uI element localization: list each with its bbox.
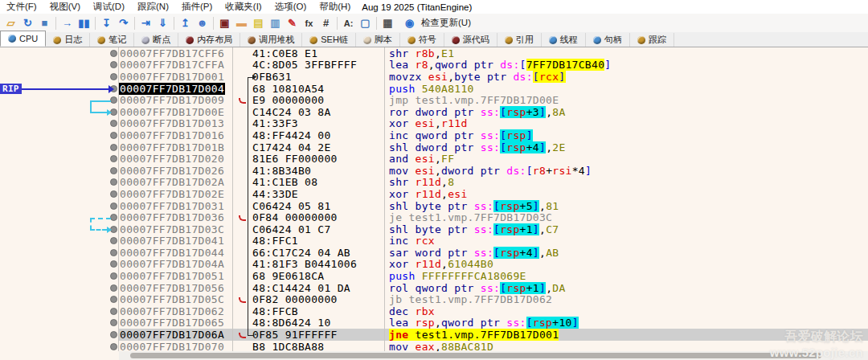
breakpoint-dot-icon[interactable] [110, 120, 117, 127]
disasm-row[interactable]: 00007FF7DB17D031C06424 05 81shl byte ptr… [0, 200, 868, 212]
menu-item-favourites[interactable]: 收藏夹(I) [219, 0, 268, 14]
instruction-cell[interactable]: movzx esi,byte ptr ds:[rcx] [386, 71, 868, 83]
instruction-cell[interactable]: jne test1.vmp.7FF7DB17D001 [386, 329, 868, 341]
disasm-row[interactable]: 00007FF7DB17D04A41:81F3 B0441006xor r11d… [0, 259, 868, 271]
breakpoint-dot-icon[interactable] [110, 178, 117, 186]
instruction-cell[interactable]: inc qword ptr ss:[rsp] [386, 129, 868, 141]
instruction-cell[interactable]: xor r11d,61044B0 [386, 258, 868, 270]
breakpoint-dot-icon[interactable] [110, 61, 117, 68]
breakpoint-gutter[interactable] [104, 247, 119, 259]
instruction-cell[interactable]: jb test1.vmp.7FF7DB17D062 [386, 293, 868, 305]
disasm-row[interactable]: 00007FF7DB17CFF641:C0E8 E1shr r8b,E1 [0, 47, 868, 59]
disasm-row[interactable]: 00007FF7DB17D05168 9E0618CApush FFFFFFFF… [0, 270, 868, 282]
address-cell[interactable]: 00007FF7DB17D03C [119, 223, 231, 235]
address-cell[interactable]: 00007FF7DB17D031 [119, 200, 231, 212]
step-into-icon[interactable]: ↧ [98, 15, 115, 31]
breakpoint-dot-icon[interactable] [110, 343, 117, 350]
instruction-cell[interactable]: shl dword ptr ss:[rsp+4],2E [386, 141, 868, 153]
bytes-cell[interactable]: 0F85 91FFFFFF [252, 329, 386, 341]
address-cell[interactable]: 00007FF7DB17D044 [119, 247, 231, 259]
tab-memory-map[interactable]: 内存布局 [178, 33, 240, 47]
address-cell[interactable]: 00007FF7DB17D009 [119, 94, 231, 106]
check-updates-button[interactable]: ◉ 检查更新(U) [396, 15, 476, 31]
address-cell[interactable]: 00007FF7DB17D06A [119, 329, 231, 341]
hash-icon[interactable]: # [317, 15, 334, 31]
breakpoint-dot-icon[interactable] [110, 96, 117, 104]
disasm-row[interactable]: 00007FF7DB17D009E9 00000000jmp test1.vmp… [0, 94, 868, 106]
breakpoints-icon[interactable]: ▣ [216, 15, 233, 31]
address-cell[interactable]: 00007FF7DB17D051 [119, 270, 231, 282]
disasm-row[interactable]: 00007FF7DB17D02641:8B34B0mov esi,dword p… [0, 165, 868, 177]
instruction-cell[interactable]: shr r8b,E1 [386, 47, 868, 59]
breakpoint-dot-icon[interactable] [110, 214, 117, 221]
horizontal-scrollbar[interactable] [119, 351, 868, 360]
tab-cpu[interactable]: CPU [0, 31, 46, 47]
tab-source[interactable]: 源代码 [444, 33, 497, 47]
address-cell[interactable]: 00007FF7DB17D04A [119, 258, 231, 270]
bytes-cell[interactable]: 81E6 FF000000 [252, 153, 386, 165]
bytes-cell[interactable]: 41:8B34B0 [252, 165, 386, 177]
menu-item-debug[interactable]: 调试(D) [87, 0, 131, 14]
bytes-cell[interactable]: C17424 04 2E [252, 141, 386, 153]
breakpoint-dot-icon[interactable] [110, 272, 117, 280]
bytes-cell[interactable]: 48:FF4424 00 [252, 129, 386, 141]
disassembly-panel[interactable]: 00007FF7DB17CFF641:C0E8 E1shr r8b,E10000… [0, 47, 868, 360]
bytes-cell[interactable]: C14C24 03 8A [252, 106, 386, 118]
edit-icon[interactable]: ✎ [284, 15, 301, 31]
tab-seh-chain[interactable]: SEH链 [302, 33, 356, 47]
address-cell[interactable]: 00007FF7DB17D05C [119, 293, 231, 305]
instruction-cell[interactable]: rol qword ptr ss:[rsp+1],DA [386, 282, 868, 294]
breakpoint-gutter[interactable] [104, 71, 119, 83]
bytes-cell[interactable]: 44:33DE [252, 188, 386, 200]
address-cell[interactable]: 00007FF7DB17D056 [119, 282, 231, 294]
bytes-cell[interactable]: 41:C1EB 08 [252, 176, 386, 188]
bytes-cell[interactable]: 41:C0E8 E1 [252, 47, 386, 59]
instruction-cell[interactable]: shl byte ptr ss:[rsp+5],81 [386, 200, 868, 212]
tab-handles[interactable]: 句柄 [586, 33, 630, 47]
address-cell[interactable]: 00007FF7DB17D036 [119, 211, 231, 223]
instruction-cell[interactable]: push 540A8110 [386, 83, 868, 95]
disasm-row[interactable]: 00007FF7DB17D06548:8D6424 10lea rsp,qwor… [0, 317, 868, 329]
tab-script[interactable]: 脚本 [356, 33, 400, 47]
disasm-row[interactable]: 00007FF7DB17D02A41:C1EB 08shr r11d,8 [0, 177, 868, 189]
instruction-cell[interactable]: inc rcx [386, 235, 868, 247]
execute-till-return-icon[interactable]: ⇓ [154, 15, 171, 31]
disasm-row[interactable]: 00007FF7DB17CFFA4C:8D05 3FFBFFFFlea r8,q… [0, 59, 868, 72]
instruction-cell[interactable]: je test1.vmp.7FF7DB17D03C [386, 211, 868, 223]
disasm-row[interactable]: 00007FF7DB17D04148:FFC1inc rcx [0, 235, 868, 248]
bytes-cell[interactable]: 48:C14424 01 DA [252, 282, 386, 294]
tab-symbols[interactable]: 符号 [400, 33, 444, 47]
patch-icon[interactable]: ▬ [233, 15, 250, 31]
disasm-row[interactable]: 00007FF7DB17D04466:C17C24 04 ABsar word … [0, 247, 868, 259]
menu-item-trace[interactable]: 跟踪(N) [131, 0, 175, 14]
breakpoint-gutter[interactable] [104, 177, 119, 189]
breakpoint-gutter[interactable] [104, 305, 119, 317]
breakpoint-gutter[interactable] [104, 293, 119, 305]
bytes-cell[interactable]: 0F82 00000000 [252, 293, 386, 305]
breakpoint-dot-icon[interactable] [110, 249, 117, 256]
run-icon[interactable]: → [59, 15, 76, 31]
instruction-cell[interactable]: xor r11d,esi [386, 188, 868, 200]
address-cell[interactable]: 00007FF7DB17D062 [119, 305, 231, 317]
breakpoint-gutter[interactable] [104, 341, 119, 353]
disasm-row[interactable]: 00007FF7DB17D02081E6 FF000000and esi,FF [0, 153, 868, 165]
disasm-row[interactable]: 00007FF7DB17D06A0F85 91FFFFFFjne test1.v… [0, 329, 868, 341]
bytes-cell[interactable]: 41:81F3 B0441006 [252, 258, 386, 270]
disasm-row[interactable]: 00007FF7DB17D01BC17424 04 2Eshl dword pt… [0, 141, 868, 153]
address-cell[interactable]: 00007FF7DB17D065 [119, 317, 231, 329]
bytes-cell[interactable]: 68 10810A54 [252, 83, 386, 95]
menu-item-view[interactable]: 视图(V) [43, 0, 87, 14]
address-cell[interactable]: 00007FF7DB17D004 [119, 83, 231, 95]
breakpoint-dot-icon[interactable] [110, 284, 117, 292]
disasm-row[interactable]: 00007FF7DB17D00EC14C24 03 8Aror dword pt… [0, 106, 868, 118]
breakpoint-gutter[interactable] [104, 270, 119, 282]
breakpoint-gutter[interactable] [104, 153, 119, 165]
bytes-cell[interactable]: E9 00000000 [252, 94, 386, 106]
breakpoint-gutter[interactable] [104, 188, 119, 200]
breakpoint-gutter[interactable] [104, 329, 119, 341]
breakpoint-dot-icon[interactable] [110, 202, 117, 210]
bytes-cell[interactable]: C06424 01 C7 [252, 223, 386, 235]
breakpoint-dot-icon[interactable] [110, 190, 117, 198]
bytes-cell[interactable]: 68 9E0618CA [252, 270, 386, 282]
bytes-cell[interactable]: 66:C17C24 04 AB [252, 247, 386, 259]
